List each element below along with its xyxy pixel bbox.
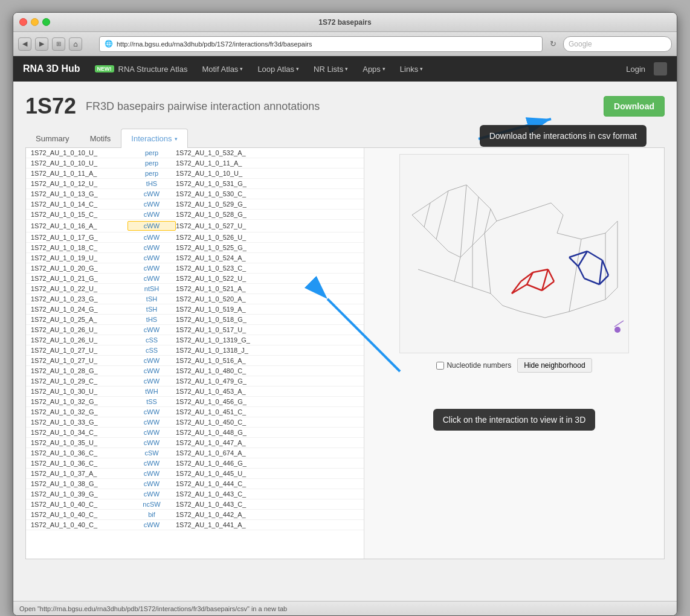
tab-overview-button[interactable]: ⊞: [52, 37, 65, 51]
cell-interaction-type[interactable]: cWW: [127, 377, 176, 385]
interaction-table[interactable]: 1S72_AU_1_0_10_U_perp1S72_AU_1_0_532_A_1…: [26, 148, 364, 559]
cell-interaction-type[interactable]: cWW: [127, 265, 176, 272]
nav-item-motif-atlas[interactable]: Motif Atlas ▾: [196, 56, 249, 82]
cell-interaction-type[interactable]: ncSW: [127, 501, 176, 508]
cell-interaction-type[interactable]: cWW: [127, 201, 176, 208]
table-row[interactable]: 1S72_AU_1_0_26_U_cWW1S72_AU_1_0_517_U_: [26, 325, 364, 335]
cell-interaction-type[interactable]: cWW: [127, 254, 176, 261]
cell-interaction-type[interactable]: cSW: [127, 449, 176, 457]
table-row[interactable]: 1S72_AU_1_0_40_C_bif1S72_AU_1_0_442_A_: [26, 510, 364, 520]
cell-interaction-type[interactable]: cWW: [127, 419, 176, 426]
cell-interaction-type[interactable]: tHS: [127, 316, 176, 323]
download-button[interactable]: Download: [604, 96, 665, 117]
cell-interaction-type[interactable]: tSH: [127, 295, 176, 303]
cell-interaction-type[interactable]: bif: [127, 511, 176, 518]
cell-interaction-type[interactable]: cWW: [127, 439, 176, 446]
cell-interaction-type[interactable]: cSS: [127, 347, 176, 354]
table-row[interactable]: 1S72_AU_1_0_26_U_cSS1S72_AU_1_0_1319_G_: [26, 335, 364, 345]
table-row[interactable]: 1S72_AU_1_0_38_G_cWW1S72_AU_1_0_444_C_: [26, 479, 364, 489]
table-row[interactable]: 1S72_AU_1_0_15_C_cWW1S72_AU_1_0_528_G_: [26, 210, 364, 220]
table-row[interactable]: 1S72_AU_1_0_32_G_tSS1S72_AU_1_0_456_G_: [26, 397, 364, 407]
table-row[interactable]: 1S72_AU_1_0_40_C_ncSW1S72_AU_1_0_443_C_: [26, 499, 364, 510]
nav-item-links[interactable]: Links ▾: [394, 56, 429, 82]
cell-interaction-type[interactable]: tSS: [127, 398, 176, 405]
table-row[interactable]: 1S72_AU_1_0_20_G_cWW1S72_AU_1_0_523_C_: [26, 263, 364, 274]
cell-interaction-type[interactable]: cWW: [127, 190, 176, 197]
tab-interactions[interactable]: Interactions ▾: [121, 129, 187, 148]
table-row[interactable]: 1S72_AU_1_0_12_U_tHS1S72_AU_1_0_531_G_: [26, 179, 364, 189]
table-row[interactable]: 1S72_AU_1_0_36_C_cSW1S72_AU_1_0_674_A_: [26, 448, 364, 458]
cell-interaction-type[interactable]: perp: [127, 159, 176, 167]
tab-summary[interactable]: Summary: [25, 129, 80, 148]
table-row[interactable]: 1S72_AU_1_0_19_U_cWW1S72_AU_1_0_524_A_: [26, 253, 364, 263]
table-row[interactable]: 1S72_AU_1_0_13_G_cWW1S72_AU_1_0_530_C_: [26, 189, 364, 199]
nucleotide-numbers-checkbox[interactable]: [436, 362, 444, 370]
table-row[interactable]: 1S72_AU_1_0_14_C_cWW1S72_AU_1_0_529_G_: [26, 199, 364, 210]
nav-logo[interactable]: RNA 3D Hub: [23, 63, 80, 74]
home-button[interactable]: ⌂: [69, 37, 82, 51]
close-button[interactable]: [19, 18, 27, 26]
nav-item-apps[interactable]: Apps ▾: [356, 56, 392, 82]
cell-interaction-type[interactable]: perp: [127, 170, 176, 177]
table-row[interactable]: 1S72_AU_1_0_30_U_tWH1S72_AU_1_0_453_A_: [26, 387, 364, 397]
table-row[interactable]: 1S72_AU_1_0_11_A_perp1S72_AU_1_0_10_U_: [26, 168, 364, 179]
cell-interaction-type[interactable]: cWW: [127, 408, 176, 415]
cell-interaction-type[interactable]: cWW: [127, 357, 176, 364]
cell-interaction-type[interactable]: tSH: [127, 306, 176, 313]
cell-interaction-type[interactable]: cWW: [127, 211, 176, 218]
nav-login[interactable]: Login: [620, 65, 651, 74]
cell-interaction-type[interactable]: cWW: [127, 221, 176, 231]
table-row[interactable]: 1S72_AU_1_0_24_G_tSH1S72_AU_1_0_519_A_: [26, 304, 364, 315]
table-row[interactable]: 1S72_AU_1_0_35_U_cWW1S72_AU_1_0_447_A_: [26, 438, 364, 448]
hide-neighborhood-button[interactable]: Hide neighborhood: [517, 358, 592, 373]
back-button[interactable]: ◀: [18, 37, 31, 51]
cell-interaction-type[interactable]: cWW: [127, 460, 176, 467]
maximize-button[interactable]: [42, 18, 50, 26]
table-row[interactable]: 1S72_AU_1_0_10_U_perp1S72_AU_1_0_532_A_: [26, 148, 364, 158]
table-row[interactable]: 1S72_AU_1_0_37_A_cWW1S72_AU_1_0_445_U_: [26, 469, 364, 479]
table-row[interactable]: 1S72_AU_1_0_22_U_ntSH1S72_AU_1_0_521_A_: [26, 284, 364, 294]
nav-item-nr-lists[interactable]: NR Lists ▾: [308, 56, 354, 82]
nav-item-rna-structure[interactable]: NEW! RNA Structure Atlas: [89, 56, 194, 82]
table-row[interactable]: 1S72_AU_1_0_28_G_cWW1S72_AU_1_0_480_C_: [26, 366, 364, 376]
table-row[interactable]: 1S72_AU_1_0_10_U_perp1S72_AU_1_0_11_A_: [26, 158, 364, 168]
cell-interaction-type[interactable]: tWH: [127, 388, 176, 395]
table-row[interactable]: 1S72_AU_1_0_29_C_cWW1S72_AU_1_0_479_G_: [26, 376, 364, 387]
nucleotide-numbers-label[interactable]: Nucleotide numbers: [436, 361, 511, 370]
forward-button[interactable]: ▶: [35, 37, 48, 51]
table-row[interactable]: 1S72_AU_1_0_34_C_cWW1S72_AU_1_0_448_G_: [26, 428, 364, 438]
cell-interaction-type[interactable]: cWW: [127, 234, 176, 241]
search-bar[interactable]: Google: [563, 36, 672, 52]
cell-interaction-type[interactable]: ntSH: [127, 285, 176, 292]
table-row[interactable]: 1S72_AU_1_0_23_G_tSH1S72_AU_1_0_520_A_: [26, 294, 364, 304]
nav-item-loop-atlas[interactable]: Loop Atlas ▾: [251, 56, 305, 82]
cell-interaction-type[interactable]: cWW: [127, 275, 176, 282]
cell-interaction-type[interactable]: cWW: [127, 367, 176, 374]
table-row[interactable]: 1S72_AU_1_0_27_U_cWW1S72_AU_1_0_516_A_: [26, 356, 364, 366]
cell-interaction-type[interactable]: cWW: [127, 244, 176, 251]
cell-interaction-type[interactable]: cWW: [127, 429, 176, 436]
table-row[interactable]: 1S72_AU_1_0_18_C_cWW1S72_AU_1_0_525_G_: [26, 243, 364, 253]
cell-interaction-type[interactable]: cSS: [127, 336, 176, 344]
reload-button[interactable]: ↻: [546, 37, 559, 51]
address-bar[interactable]: 🌐 http://rna.bgsu.edu/rna3dhub/pdb/1S72/…: [99, 36, 543, 52]
table-row[interactable]: 1S72_AU_1_0_36_C_cWW1S72_AU_1_0_446_G_: [26, 458, 364, 469]
cell-interaction-type[interactable]: cWW: [127, 326, 176, 333]
table-row[interactable]: 1S72_AU_1_0_32_G_cWW1S72_AU_1_0_451_C_: [26, 407, 364, 417]
cell-interaction-type[interactable]: cWW: [127, 470, 176, 477]
minimize-button[interactable]: [31, 18, 39, 26]
table-row[interactable]: 1S72_AU_1_0_25_A_tHS1S72_AU_1_0_518_G_: [26, 315, 364, 325]
table-row[interactable]: 1S72_AU_1_0_40_C_cWW1S72_AU_1_0_441_A_: [26, 520, 364, 530]
cell-interaction-type[interactable]: cWW: [127, 490, 176, 498]
cell-interaction-type[interactable]: cWW: [127, 480, 176, 487]
cell-interaction-type[interactable]: cWW: [127, 521, 176, 528]
cell-interaction-type[interactable]: perp: [127, 149, 176, 156]
table-row[interactable]: 1S72_AU_1_0_16_A_cWW1S72_AU_1_0_527_U_: [26, 220, 364, 233]
tab-motifs[interactable]: Motifs: [80, 129, 121, 148]
cell-interaction-type[interactable]: tHS: [127, 180, 176, 187]
table-row[interactable]: 1S72_AU_1_0_33_G_cWW1S72_AU_1_0_450_C_: [26, 417, 364, 428]
table-row[interactable]: 1S72_AU_1_0_17_G_cWW1S72_AU_1_0_526_U_: [26, 233, 364, 243]
table-row[interactable]: 1S72_AU_1_0_27_U_cSS1S72_AU_1_0_1318_J_: [26, 345, 364, 356]
table-row[interactable]: 1S72_AU_1_0_39_G_cWW1S72_AU_1_0_443_C_: [26, 489, 364, 499]
table-row[interactable]: 1S72_AU_1_0_21_G_cWW1S72_AU_1_0_522_U_: [26, 274, 364, 284]
